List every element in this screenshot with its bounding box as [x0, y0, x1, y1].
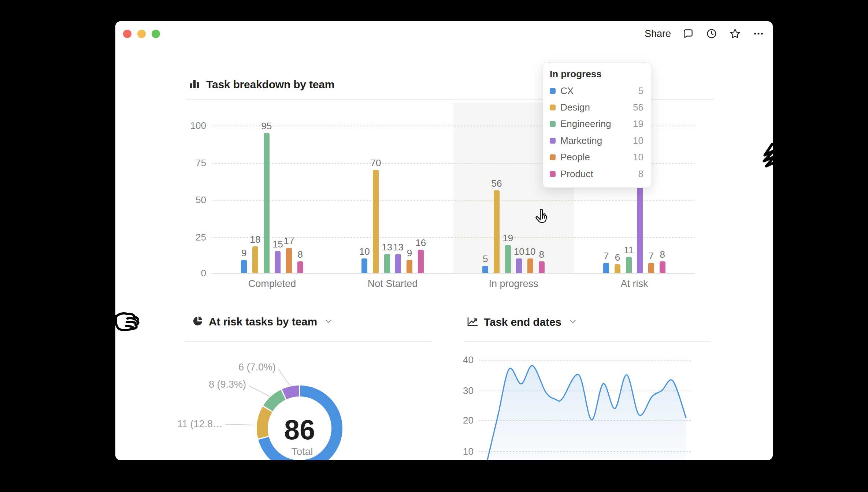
tooltip-team-label: CX [560, 85, 574, 97]
legend-swatch [550, 154, 556, 160]
tooltip-team-value: 8 [638, 168, 643, 180]
app-window: Share [115, 21, 773, 460]
tooltip-team-label: Product [560, 168, 593, 180]
tooltip-row: Marketing 10 [543, 133, 651, 149]
legend-swatch [550, 104, 556, 110]
legend-swatch [550, 138, 556, 144]
tooltip-team-value: 10 [633, 135, 643, 146]
tooltip-team-value: 19 [633, 118, 643, 130]
chart-tooltip: In progress CX 5 Design 56 Engineering 1… [543, 62, 651, 188]
line-area-chart [115, 21, 773, 460]
hand-doodle [108, 310, 141, 341]
tooltip-row: Engineering 19 [543, 116, 651, 132]
tooltip-team-label: Design [560, 102, 590, 113]
cursor-pointer-icon [535, 209, 552, 226]
tooltip-team-label: Engineering [560, 118, 611, 130]
tooltip-row: People 10 [543, 149, 651, 165]
legend-swatch [550, 121, 556, 127]
tooltip-row: Product 8 [543, 166, 651, 182]
tooltip-team-value: 10 [633, 152, 643, 163]
tooltip-team-label: People [560, 152, 590, 163]
scribble-doodle [761, 143, 778, 172]
tooltip-row: CX 5 [543, 83, 651, 99]
tooltip-row: Design 56 [543, 99, 651, 116]
tooltip-team-label: Marketing [560, 135, 602, 146]
tooltip-team-value: 56 [633, 102, 643, 113]
legend-swatch [550, 171, 556, 177]
legend-swatch [550, 88, 556, 94]
tooltip-team-value: 5 [638, 85, 643, 97]
tooltip-title: In progress [550, 68, 602, 80]
